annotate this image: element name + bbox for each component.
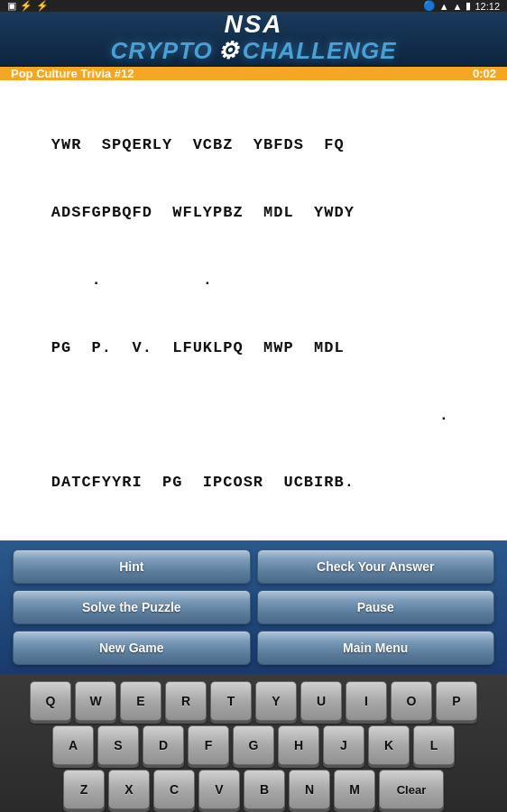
key-g[interactable]: G bbox=[233, 725, 274, 765]
key-k[interactable]: K bbox=[368, 725, 410, 765]
hint-button[interactable]: Hint bbox=[13, 549, 251, 584]
key-i[interactable]: I bbox=[346, 681, 387, 721]
key-w[interactable]: W bbox=[75, 681, 116, 721]
keyboard: QWERTYUIOP ASDFGHJKL ZXCVBNMClear bbox=[0, 674, 507, 812]
key-f[interactable]: F bbox=[188, 725, 229, 765]
status-right: 🔵 ▲ ▲ ▮ 12:12 bbox=[423, 0, 500, 12]
battery-icon: ▮ bbox=[466, 0, 471, 12]
key-x[interactable]: X bbox=[108, 770, 150, 809]
bluetooth-icon: 🔵 bbox=[423, 0, 436, 12]
keyboard-row-1: QWERTYUIOP bbox=[5, 681, 502, 721]
time-display: 12:12 bbox=[475, 1, 500, 12]
logo-challenge-text: CHALLENGE bbox=[243, 37, 397, 65]
check-answer-button[interactable]: Check Your Answer bbox=[257, 549, 495, 584]
puzzle-line-3: PG P. V. LFUKLPQ MWP MDL bbox=[51, 339, 345, 356]
key-l[interactable]: L bbox=[413, 725, 455, 765]
key-z[interactable]: Z bbox=[63, 770, 105, 809]
status-icon-1: ▣ bbox=[7, 0, 16, 12]
key-h[interactable]: H bbox=[278, 725, 319, 765]
puzzle-area: YWR SPQERLY VCBZ YBFDS FQ ADSFGPBQFD WFL… bbox=[0, 80, 507, 540]
key-p[interactable]: P bbox=[436, 681, 477, 721]
logo-container: NSA CRYPTO ⚙ CHALLENGE bbox=[110, 12, 396, 65]
logo-crypto-text: CRYPTO bbox=[110, 37, 212, 65]
key-o[interactable]: O bbox=[391, 681, 432, 721]
pause-button[interactable]: Pause bbox=[257, 590, 495, 624]
logo-nsa: NSA bbox=[224, 12, 282, 37]
puzzle-text: YWR SPQERLY VCBZ YBFDS FQ ADSFGPBQFD WFL… bbox=[11, 95, 496, 533]
puzzle-dots: . . bbox=[51, 272, 213, 289]
key-t[interactable]: T bbox=[210, 681, 252, 721]
logo-crypto-challenge: CRYPTO ⚙ CHALLENGE bbox=[110, 37, 396, 65]
status-icon-2: ⚡ bbox=[20, 0, 32, 12]
button-panel: Hint Check Your Answer Solve the Puzzle … bbox=[0, 540, 507, 674]
key-v[interactable]: V bbox=[198, 770, 240, 809]
key-n[interactable]: N bbox=[289, 770, 330, 809]
keyboard-row-2: ASDFGHJKL bbox=[5, 725, 502, 765]
wifi-icon: ▲ bbox=[453, 1, 463, 12]
key-d[interactable]: D bbox=[143, 725, 184, 765]
key-j[interactable]: J bbox=[323, 725, 364, 765]
key-m[interactable]: M bbox=[334, 770, 375, 809]
puzzle-dots2: . bbox=[51, 407, 449, 424]
key-r[interactable]: R bbox=[165, 681, 207, 721]
key-b[interactable]: B bbox=[244, 770, 285, 809]
key-q[interactable]: Q bbox=[30, 681, 71, 721]
signal-icon: ▲ bbox=[439, 1, 449, 12]
status-icon-3: ⚡ bbox=[36, 0, 49, 12]
key-e[interactable]: E bbox=[120, 681, 161, 721]
keyboard-row-3: ZXCVBNMClear bbox=[5, 770, 502, 809]
clear-key[interactable]: Clear bbox=[379, 770, 444, 809]
trivia-bar: Pop Culture Trivia #12 0:02 bbox=[0, 67, 507, 80]
puzzle-line-1: YWR SPQERLY VCBZ YBFDS FQ bbox=[51, 136, 345, 153]
key-u[interactable]: U bbox=[300, 681, 342, 721]
key-c[interactable]: C bbox=[153, 770, 195, 809]
solve-puzzle-button[interactable]: Solve the Puzzle bbox=[13, 590, 251, 624]
key-y[interactable]: Y bbox=[255, 681, 297, 721]
main-menu-button[interactable]: Main Menu bbox=[257, 631, 495, 665]
logo-gear-icon: ⚙ bbox=[217, 37, 238, 65]
new-game-button[interactable]: New Game bbox=[13, 631, 251, 665]
puzzle-line-4: DATCFYYRI PG IPCOSR UCBIRB. bbox=[51, 474, 355, 491]
app-header: NSA CRYPTO ⚙ CHALLENGE bbox=[0, 12, 507, 67]
key-a[interactable]: A bbox=[52, 725, 94, 765]
trivia-timer: 0:02 bbox=[473, 67, 496, 80]
trivia-title: Pop Culture Trivia #12 bbox=[11, 67, 134, 80]
puzzle-line-2: ADSFGPBQFD WFLYPBZ MDL YWDY bbox=[51, 204, 355, 221]
key-s[interactable]: S bbox=[97, 725, 139, 765]
status-left: ▣ ⚡ ⚡ bbox=[7, 0, 49, 12]
